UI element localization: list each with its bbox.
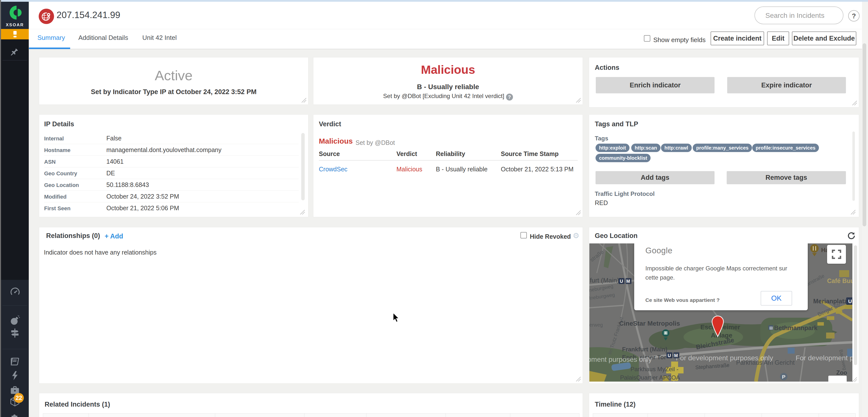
svg-text:▤: ▤ [769,326,773,330]
svg-text:For development p: For development p [796,354,852,362]
svg-text:Bethmannpark: Bethmannpark [774,324,817,331]
svg-text:Frankfurt (Main): Frankfurt (Main) [622,346,668,353]
svg-text:M: M [626,279,630,284]
svg-text:M: M [674,353,678,358]
svg-text:PalaisQuartier APCOA: PalaisQuartier APCOA [620,374,680,381]
svg-text:Merianplatz: Merianplatz [813,298,847,305]
svg-text:U: U [848,299,852,304]
svg-text:Café Buu: Café Buu [827,277,852,284]
svg-text:furt (Main): furt (Main) [590,277,619,284]
svg-text:For development purposes only: For development purposes only [676,354,773,362]
svg-text:Parkhaus MyZeil -: Parkhaus MyZeil - [630,366,678,373]
svg-text:Zoo: Zoo [836,369,847,376]
svg-text:U: U [668,353,671,358]
svg-text:pment purposes only: pment purposes only [589,356,652,363]
svg-text:erweg: erweg [589,322,603,327]
svg-text:U: U [620,279,623,284]
svg-text:P: P [782,374,785,380]
svg-text:CineStar Metropolis: CineStar Metropolis [619,320,680,327]
